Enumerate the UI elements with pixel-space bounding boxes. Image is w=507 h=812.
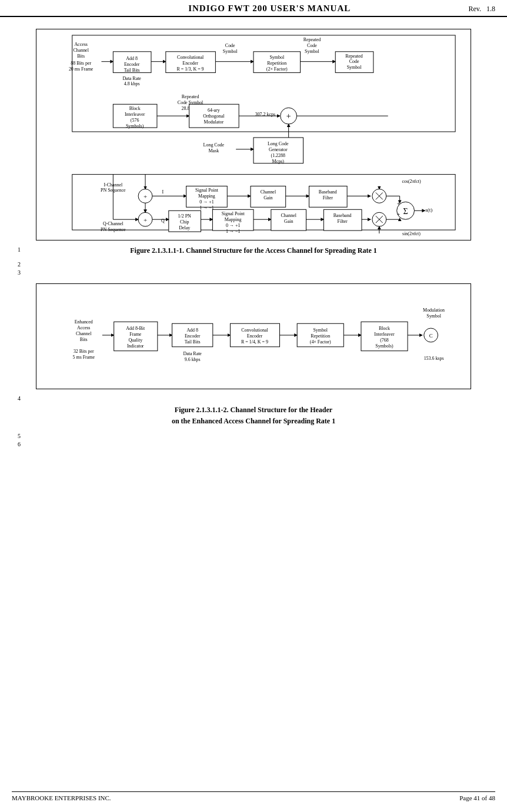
svg-line-122 <box>376 216 383 223</box>
svg-text:(768: (768 <box>380 338 389 343</box>
svg-text:Bits: Bits <box>80 337 88 342</box>
svg-text:Tail Bits: Tail Bits <box>124 68 140 73</box>
svg-text:Encoder: Encoder <box>247 333 263 339</box>
svg-text:28.8 ksps: 28.8 ksps <box>338 55 356 60</box>
svg-text:Quality: Quality <box>128 338 142 343</box>
svg-text:Gain: Gain <box>284 219 293 224</box>
svg-text:Code: Code <box>225 43 235 48</box>
svg-text:Tail Bits: Tail Bits <box>185 339 201 345</box>
svg-text:9.6 kbps: 9.6 kbps <box>185 357 201 362</box>
svg-text:Gain: Gain <box>263 195 272 201</box>
svg-text:64-ary: 64-ary <box>208 108 220 113</box>
svg-text:Modulator: Modulator <box>204 119 224 125</box>
svg-text:0 → +1: 0 → +1 <box>199 199 214 205</box>
svg-text:Encoder: Encoder <box>185 333 201 339</box>
svg-text:Repetition: Repetition <box>311 333 330 339</box>
svg-text:+: + <box>397 211 401 218</box>
svg-text:Symbols): Symbols) <box>126 123 144 129</box>
svg-text:Repeated: Repeated <box>303 37 321 42</box>
svg-text:Orthogonal: Orthogonal <box>203 113 225 119</box>
svg-point-87 <box>397 202 415 219</box>
svg-text:PN Sequence: PN Sequence <box>101 227 126 232</box>
footer-left: MAYBROOKE ENTERPRISES INC. <box>12 794 111 801</box>
header-title: INDIGO FWT 200 USER'S MANUAL <box>71 4 468 14</box>
svg-text:Long Code: Long Code <box>268 141 289 146</box>
svg-text:Baseband: Baseband <box>333 213 352 218</box>
svg-text:Add 8-Bit: Add 8-Bit <box>126 326 145 331</box>
svg-text:Convolutional: Convolutional <box>177 55 204 60</box>
svg-text:Interleaver: Interleaver <box>125 112 145 117</box>
svg-text:Channel: Channel <box>281 213 296 218</box>
svg-text:Channel: Channel <box>73 48 89 53</box>
svg-text:Signal Point: Signal Point <box>222 211 245 216</box>
svg-text:Data Rate: Data Rate <box>122 76 141 81</box>
svg-text:Mapping: Mapping <box>198 193 215 199</box>
line-number-3: 3 <box>18 269 21 276</box>
svg-text:307.2 kcps: 307.2 kcps <box>255 112 275 117</box>
svg-text:sin(2πfct): sin(2πfct) <box>402 231 421 236</box>
svg-text:Code: Code <box>307 43 317 48</box>
svg-text:1 → −1: 1 → −1 <box>226 229 240 234</box>
svg-text:Code Symbol: Code Symbol <box>178 100 204 105</box>
svg-text:(576: (576 <box>131 118 139 123</box>
svg-text:Delay: Delay <box>179 225 190 230</box>
svg-text:4.8 kbps: 4.8 kbps <box>124 81 140 86</box>
svg-rect-34 <box>113 104 157 128</box>
svg-text:Symbol: Symbol <box>426 313 441 319</box>
svg-text:+: + <box>286 112 291 121</box>
svg-text:C: C <box>429 333 433 339</box>
svg-text:Interleaver: Interleaver <box>374 332 395 337</box>
svg-text:Mask: Mask <box>209 148 219 153</box>
svg-text:Generator: Generator <box>269 147 288 152</box>
svg-text:Symbol: Symbol <box>313 328 328 333</box>
header-rev: Rev. 1.8 <box>468 5 495 14</box>
svg-text:5 ms Frame: 5 ms Frame <box>73 355 95 360</box>
svg-text:Filter: Filter <box>338 219 348 224</box>
svg-rect-0 <box>72 35 455 132</box>
svg-text:Access: Access <box>74 42 87 47</box>
svg-point-120 <box>372 212 386 226</box>
svg-text:cos(2πfct): cos(2πfct) <box>402 179 421 184</box>
svg-text:I-Channel: I-Channel <box>104 182 123 188</box>
svg-rect-43 <box>189 104 239 128</box>
svg-rect-157 <box>297 323 343 347</box>
svg-text:Symbol: Symbol <box>347 65 362 70</box>
svg-text:Block: Block <box>379 326 390 331</box>
svg-text:Code: Code <box>349 59 359 64</box>
svg-text:32 Bits per: 32 Bits per <box>74 349 94 354</box>
line-number-6: 6 <box>18 441 21 447</box>
svg-text:Repeated: Repeated <box>182 94 199 99</box>
svg-rect-162 <box>361 322 408 350</box>
svg-rect-112 <box>271 209 306 230</box>
svg-point-49 <box>281 108 297 124</box>
svg-line-121 <box>376 216 383 223</box>
svg-text:153.6 ksps: 153.6 ksps <box>424 356 444 361</box>
figure2-caption-line1: Figure 2.1.3.1.1-2. Channel Structure fo… <box>18 406 489 415</box>
line-number-4: 4 <box>18 395 21 402</box>
svg-text:Bits: Bits <box>77 54 85 59</box>
svg-text:(2× Factor): (2× Factor) <box>266 66 288 72</box>
diagram1: Access Channel Bits 88 Bits per 20 ms Fr… <box>36 29 471 240</box>
svg-text:Chip: Chip <box>180 219 189 225</box>
svg-rect-14 <box>166 52 216 73</box>
svg-text:Convolutional: Convolutional <box>241 328 268 333</box>
svg-text:Baseband: Baseband <box>319 189 337 195</box>
svg-text:Modulation: Modulation <box>423 308 445 313</box>
page-footer: MAYBROOKE ENTERPRISES INC. Page 41 of 48 <box>12 791 495 801</box>
svg-text:Repeated: Repeated <box>345 54 363 59</box>
svg-rect-152 <box>230 323 279 347</box>
svg-text:Symbol: Symbol <box>223 49 238 54</box>
svg-text:Q: Q <box>161 218 165 223</box>
svg-text:(4× Factor): (4× Factor) <box>310 339 331 345</box>
main-content: Access Channel Bits 88 Bits per 20 ms Fr… <box>0 17 507 455</box>
svg-text:(1.2288: (1.2288 <box>271 153 286 158</box>
svg-point-97 <box>138 212 152 226</box>
svg-text:20 ms Frame: 20 ms Frame <box>69 66 94 72</box>
svg-text:Signal Point: Signal Point <box>195 188 219 193</box>
svg-text:+: + <box>144 216 147 223</box>
svg-rect-145 <box>172 323 213 347</box>
svg-rect-24 <box>254 52 301 73</box>
svg-text:28.8 ksps: 28.8 ksps <box>182 106 199 111</box>
svg-rect-68 <box>186 186 228 208</box>
svg-text:Mcps): Mcps) <box>272 159 285 164</box>
